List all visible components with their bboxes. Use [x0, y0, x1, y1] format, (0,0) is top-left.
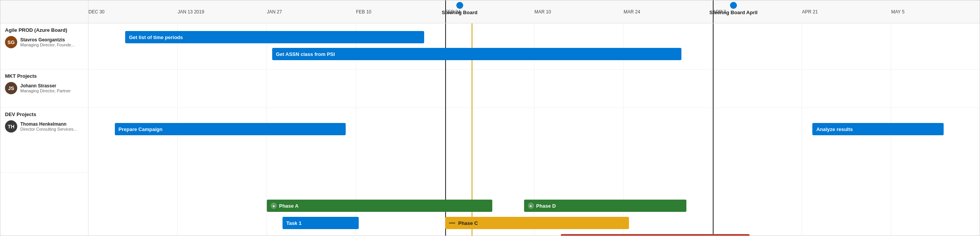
- project-group-dev: DEV ProjectsTHThomas HenkelmannDirector …: [0, 108, 88, 173]
- bar-label-bar5: Phase A: [279, 203, 299, 209]
- project-group-agile: Agile PROD (Azure Board)SGStavros Georga…: [0, 23, 88, 69]
- milestone-dot-0: [456, 2, 463, 9]
- bar-label-bar2: Get ASSN class from PSI: [276, 51, 335, 57]
- bar-label-bar3: Prepare Campaign: [119, 126, 163, 132]
- date-label-APR_21: APR 21: [802, 0, 818, 23]
- bar-label-bar1: Get list of time periods: [129, 34, 183, 40]
- bar-bar3[interactable]: Prepare Campaign: [115, 123, 346, 135]
- bar-bar8[interactable]: —Phase C: [445, 217, 629, 229]
- gantt-milestone-line-1: [713, 23, 714, 236]
- bar-dot-icon: ●: [271, 203, 277, 209]
- project-title-mkt: MKT Projects: [0, 69, 88, 80]
- bar-bar5[interactable]: ●Phase A: [267, 200, 492, 212]
- milestone-1: Steering Board April: [709, 2, 758, 15]
- bar-label-bar4: Analyze results: [816, 126, 853, 132]
- milestone-0: Steering Board: [442, 2, 477, 15]
- date-label-JAN_27: JAN 27: [267, 0, 282, 23]
- body-area: Agile PROD (Azure Board)SGStavros Georga…: [0, 23, 980, 236]
- bar-dot-icon: ●: [528, 203, 534, 209]
- bar-dash-icon: —: [449, 220, 455, 226]
- avatar-mkt: JS: [5, 82, 17, 94]
- left-panel-header: [0, 0, 88, 23]
- person-row-dev: THThomas HenkelmannDirector Consulting S…: [0, 119, 88, 136]
- bar-label-bar6: Phase D: [536, 203, 556, 209]
- project-title-dev: DEV Projects: [0, 108, 88, 119]
- person-name-agile: Stavros Georgantzis: [20, 37, 75, 43]
- person-role-dev: Director Consulting Services...: [20, 127, 77, 131]
- avatar-dev: TH: [5, 120, 17, 133]
- person-role-agile: Managing Director, Founde...: [20, 43, 75, 47]
- person-name-mkt: Johann Strasser: [20, 83, 70, 88]
- date-label-DEC_30: DEC 30: [88, 0, 105, 23]
- row-divider-1: [88, 108, 980, 108]
- row-divider-0: [88, 69, 980, 70]
- bar-bar4[interactable]: Analyze results: [812, 123, 944, 135]
- milestone-label-0: Steering Board: [442, 10, 477, 15]
- bar-bar2[interactable]: Get ASSN class from PSI: [272, 48, 681, 60]
- gantt-container: DEC 30JAN 13 2019JAN 27FEB 10FEB 24MAR 1…: [0, 0, 980, 236]
- timeline-header: DEC 30JAN 13 2019JAN 27FEB 10FEB 24MAR 1…: [88, 0, 980, 23]
- left-panel: Agile PROD (Azure Board)SGStavros Georga…: [0, 23, 88, 236]
- project-group-mkt: MKT ProjectsJSJohann StrasserManaging Di…: [0, 69, 88, 108]
- avatar-agile: SG: [5, 36, 17, 48]
- date-label-JAN_13_2019: JAN 13 2019: [178, 0, 204, 23]
- person-role-mkt: Managing Director, Partner: [20, 88, 70, 93]
- bar-bar6[interactable]: ●Phase D: [524, 200, 687, 212]
- bar-bar1[interactable]: Get list of time periods: [125, 31, 424, 43]
- person-name-dev: Thomas Henkelmann: [20, 121, 77, 127]
- date-label-MAR_24: MAR 24: [624, 0, 640, 23]
- bar-bar7[interactable]: Task 1: [283, 217, 359, 229]
- date-label-MAR_10: MAR 10: [534, 0, 551, 23]
- milestone-label-1: Steering Board April: [709, 10, 758, 15]
- person-row-agile: SGStavros GeorgantzisManaging Director, …: [0, 34, 88, 51]
- date-label-MAY_5: MAY 5: [891, 0, 905, 23]
- person-row-mkt: JSJohann StrasserManaging Director, Part…: [0, 80, 88, 97]
- person-info-agile: Stavros GeorgantzisManaging Director, Fo…: [20, 37, 75, 47]
- grid-col-7: [713, 23, 802, 236]
- bar-bar9[interactable]: !Phase B: [561, 234, 750, 236]
- date-label-FEB_10: FEB 10: [356, 0, 371, 23]
- gantt-rows: Get list of time periodsGet ASSN class f…: [88, 23, 980, 236]
- milestone-dot-1: [730, 2, 737, 9]
- person-info-mkt: Johann StrasserManaging Director, Partne…: [20, 83, 70, 93]
- project-title-agile: Agile PROD (Azure Board): [0, 23, 88, 34]
- bar-label-bar7: Task 1: [286, 220, 302, 226]
- header-row: DEC 30JAN 13 2019JAN 27FEB 10FEB 24MAR 1…: [0, 0, 980, 23]
- bar-label-bar8: Phase C: [458, 220, 478, 226]
- person-info-dev: Thomas HenkelmannDirector Consulting Ser…: [20, 121, 77, 131]
